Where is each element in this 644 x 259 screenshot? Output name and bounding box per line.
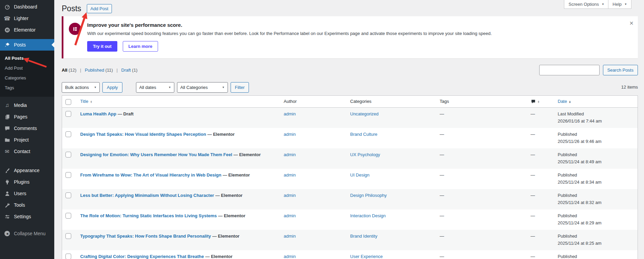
sidebar-item-settings[interactable]: Settings — [0, 211, 54, 222]
filter-separator: | — [114, 68, 120, 73]
author-link[interactable]: admin — [284, 152, 296, 157]
all-categories-select[interactable]: All Categories — [177, 82, 228, 93]
author-link[interactable]: admin — [284, 254, 296, 259]
all-dates-select[interactable]: All dates — [136, 82, 174, 93]
table-row: Luma Health App— Draft admin Uncategoriz… — [62, 108, 638, 128]
sidebar-item-lighter[interactable]: ☎ Lighter — [0, 13, 54, 24]
apply-button[interactable]: Apply — [102, 82, 122, 93]
author-link[interactable]: admin — [284, 213, 296, 218]
phone-icon: ☎ — [4, 15, 11, 22]
sidebar-item-add-post[interactable]: Add Post — [0, 63, 54, 73]
sidebar-item-dashboard[interactable]: Dashboard — [0, 1, 54, 13]
post-title-link[interactable]: Crafting Digital Color: Designing Experi… — [80, 254, 204, 259]
post-date: 2025/11/24 at 8:49 am — [558, 159, 635, 164]
filter-draft-count: (1) — [132, 68, 137, 73]
post-title-link[interactable]: Designing for Emotion: Why Users Remembe… — [80, 152, 232, 157]
sort-date-header[interactable]: Date — [558, 99, 567, 104]
row-checkbox[interactable] — [65, 111, 71, 117]
search-posts-button[interactable]: Search Posts — [603, 65, 638, 75]
sidebar-item-label: Media — [14, 103, 27, 108]
row-checkbox[interactable] — [65, 233, 71, 239]
author-header: Author — [280, 96, 347, 108]
comments-value: — — [531, 152, 535, 157]
sidebar-item-project[interactable]: Project — [0, 134, 54, 146]
category-link[interactable]: Interaction Design — [350, 213, 386, 218]
sidebar-item-label: Settings — [14, 214, 31, 219]
category-link[interactable]: UX Psychology — [350, 152, 380, 157]
filter-draft-link[interactable]: Draft — [121, 68, 131, 73]
category-link[interactable]: User Experience — [350, 254, 383, 259]
chevron-down-icon: ▼ — [602, 3, 604, 6]
author-link[interactable]: admin — [284, 193, 296, 198]
category-link[interactable]: UI Design — [350, 172, 370, 178]
bulk-actions-select-wrap: Bulk actions ▼ — [62, 82, 100, 93]
table-row: Crafting Digital Color: Designing Experi… — [62, 250, 638, 259]
add-post-button[interactable]: Add Post — [87, 4, 112, 13]
post-state: — Elementor — [205, 254, 232, 259]
row-checkbox[interactable] — [65, 172, 71, 178]
search-input[interactable] — [539, 65, 600, 75]
post-state: — Draft — [118, 111, 134, 116]
screen-options-tab[interactable]: Screen Options ▼ — [564, 0, 609, 9]
post-title-link[interactable]: Design That Speaks: How Visual Identity … — [80, 132, 206, 137]
sidebar-item-users[interactable]: Users — [0, 188, 54, 199]
sidebar-item-contact[interactable]: ✉ Contact — [0, 146, 54, 157]
author-link[interactable]: admin — [284, 132, 296, 137]
post-status: Published — [558, 213, 635, 218]
select-all-checkbox[interactable] — [65, 99, 71, 105]
post-state: — Elementor — [212, 234, 239, 239]
close-icon[interactable]: × — [629, 20, 633, 26]
sort-title-header[interactable]: Title — [80, 99, 89, 104]
category-link[interactable]: Design Philosophy — [350, 193, 387, 198]
post-title-link[interactable]: From Wireframe to Wow: The Art of Visual… — [80, 172, 221, 178]
help-tab[interactable]: Help ▼ — [608, 0, 631, 9]
learn-more-button[interactable]: Learn more — [123, 41, 158, 52]
post-status: Published — [558, 172, 635, 178]
sidebar-item-elementor[interactable]: Elementor — [0, 24, 54, 36]
bulk-actions-select[interactable]: Bulk actions — [62, 82, 100, 93]
row-checkbox[interactable] — [65, 131, 71, 137]
sort-icons: ▲▼ — [569, 100, 571, 103]
sidebar-item-all-posts[interactable]: All Posts — [0, 53, 54, 63]
sidebar-item-label: Plugins — [14, 179, 30, 185]
sidebar-item-pages[interactable]: Pages — [0, 111, 54, 123]
post-state: — Elementor — [208, 132, 235, 137]
post-date: 2025/11/24 at 8:29 am — [558, 220, 635, 225]
sidebar-item-tools[interactable]: Tools — [0, 199, 54, 211]
post-title-link[interactable]: Less but Better: Applying Minimalism Wit… — [80, 193, 214, 198]
sidebar-item-plugins[interactable]: Plugins — [0, 176, 54, 188]
category-link[interactable]: Brand Identity — [350, 234, 377, 239]
author-link[interactable]: admin — [284, 234, 296, 239]
envelope-icon: ✉ — [4, 148, 11, 155]
filter-published-link[interactable]: Published — [85, 68, 104, 73]
sidebar-item-label: Elementor — [14, 27, 36, 33]
collapse-menu-button[interactable]: ◀ Collapse Menu — [0, 228, 54, 239]
row-checkbox[interactable] — [65, 254, 71, 259]
filter-all-link[interactable]: All — [62, 68, 67, 73]
sidebar-item-appearance[interactable]: Appearance — [0, 165, 54, 176]
row-checkbox[interactable] — [65, 192, 71, 198]
post-title-link[interactable]: The Role of Motion: Turning Static Inter… — [80, 213, 217, 218]
row-checkbox[interactable] — [65, 213, 71, 219]
category-link[interactable]: Uncategorized — [350, 111, 379, 116]
comments-value: — — [531, 213, 535, 218]
sidebar-item-comments[interactable]: Comments — [0, 123, 54, 134]
category-link[interactable]: Brand Culture — [350, 132, 377, 137]
row-checkbox[interactable] — [65, 152, 71, 158]
author-link[interactable]: admin — [284, 172, 296, 178]
posts-submenu: All Posts Add Post Categories Tags — [0, 51, 54, 97]
try-it-out-button[interactable]: Try it out — [87, 41, 117, 52]
sidebar-item-media[interactable]: ♫ Media — [0, 99, 54, 111]
sidebar-item-label: Dashboard — [14, 4, 37, 10]
post-title-link[interactable]: Typography That Speaks: How Fonts Shape … — [80, 234, 211, 239]
comments-header-icon[interactable] — [531, 99, 536, 104]
author-link[interactable]: admin — [284, 111, 296, 116]
filter-button[interactable]: Filter — [231, 82, 249, 93]
sort-icons: ▲▼ — [90, 100, 93, 103]
sidebar-item-tags[interactable]: Tags — [0, 83, 54, 93]
chevron-down-icon: ▼ — [624, 3, 627, 6]
pushpin-icon — [4, 41, 11, 48]
sidebar-item-posts[interactable]: Posts — [0, 39, 54, 51]
post-title-link[interactable]: Luma Health App — [80, 111, 116, 116]
sidebar-item-categories[interactable]: Categories — [0, 73, 54, 83]
